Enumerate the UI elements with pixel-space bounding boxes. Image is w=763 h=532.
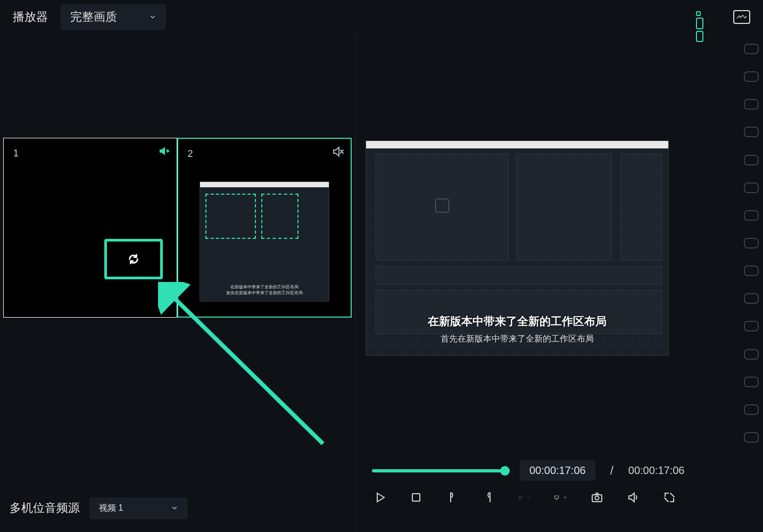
thumb-body: 在新版本中带来了全新的工作区布局 首先在新版本中带来了全新的工作区布局 [200, 187, 329, 301]
transport-buttons [372, 491, 747, 504]
media-placeholder-icon [435, 198, 449, 212]
mark-in-button[interactable] [445, 491, 459, 504]
playhead-knob[interactable] [500, 466, 510, 476]
volume-button[interactable] [626, 491, 640, 504]
film-strip [744, 34, 761, 452]
mark-out-button[interactable] [482, 491, 495, 504]
camera-number-2: 2 [188, 148, 193, 160]
camera-cell-2[interactable]: 2 在新版本中带来了全新的工作区布局 [177, 138, 352, 318]
chevron-down-icon [526, 491, 532, 504]
preview-dashed-panel-2 [516, 154, 612, 260]
preview-dashed-panel-1 [376, 154, 509, 260]
loading-focus-box [104, 239, 163, 279]
preview-toolbar-panel [376, 266, 662, 285]
play-button[interactable] [373, 491, 387, 504]
display-button[interactable] [554, 491, 568, 504]
preview-caption-1: 在新版本中带来了全新的工作区布局 [366, 314, 668, 329]
player-title: 播放器 [13, 9, 48, 25]
total-time: 00:00:17:06 [628, 464, 685, 477]
svg-point-4 [595, 496, 599, 500]
multicam-pane: 1 [0, 34, 355, 532]
preview-caption-2: 首先在新版本中带来了全新的工作区布局 [366, 334, 668, 345]
scopes-icon[interactable] [733, 10, 750, 24]
thumb-window-bar [200, 182, 329, 187]
time-separator: / [610, 464, 613, 478]
thumb-dashed-box-1 [205, 194, 256, 239]
player-header: 播放器 完整画质 [0, 0, 763, 34]
chevron-down-icon [149, 13, 156, 21]
header-right [696, 10, 750, 24]
audio-source-value: 视频 1 [99, 503, 123, 514]
camera-cell-1[interactable]: 1 [3, 138, 177, 318]
stop-button[interactable] [409, 491, 423, 504]
camera-number-1: 1 [13, 148, 19, 159]
quality-dropdown[interactable]: 完整画质 [61, 4, 166, 30]
fullscreen-button[interactable] [662, 491, 676, 504]
range-tool-button[interactable] [518, 491, 532, 504]
thumb-caption-2: 首先在新版本中带来了全新的工作区布局 [200, 290, 329, 296]
body: 1 [0, 34, 763, 532]
transport-controls: 00:00:17:06 / 00:00:17:06 [356, 452, 763, 532]
svg-rect-2 [554, 496, 559, 498]
thumb-captions: 在新版本中带来了全新的工作区布局 首先在新版本中带来了全新的工作区布局 [200, 285, 329, 296]
refresh-icon [128, 253, 139, 265]
timeline-row: 00:00:17:06 / 00:00:17:06 [372, 460, 747, 481]
speaker-muted-icon[interactable] [331, 145, 344, 158]
camera-grid: 1 [3, 138, 352, 318]
svg-rect-1 [412, 494, 420, 501]
layout-grid-icon[interactable] [696, 11, 712, 23]
preview-area: 在新版本中带来了全新的工作区布局 首先在新版本中带来了全新的工作区布局 [356, 34, 763, 452]
current-time[interactable]: 00:00:17:06 [520, 460, 595, 481]
video-editor-player: 播放器 完整画质 1 [0, 0, 763, 532]
thumb-dashed-box-2 [261, 194, 298, 239]
preview-viewport[interactable]: 在新版本中带来了全新的工作区布局 首先在新版本中带来了全新的工作区布局 [366, 140, 669, 356]
snapshot-button[interactable] [590, 491, 604, 504]
preview-pane: 在新版本中带来了全新的工作区布局 首先在新版本中带来了全新的工作区布局 00:0… [355, 34, 763, 532]
thumb-caption-1: 在新版本中带来了全新的工作区布局 [200, 285, 329, 290]
preview-side-panel [620, 154, 662, 260]
playhead-slider[interactable] [372, 469, 505, 472]
chevron-down-icon [171, 504, 178, 512]
audio-source-label: 多机位音频源 [10, 500, 80, 516]
camera-2-thumbnail: 在新版本中带来了全新的工作区布局 首先在新版本中带来了全新的工作区布局 [200, 181, 330, 302]
speaker-on-icon[interactable] [157, 145, 170, 157]
camera-grid-area: 1 [0, 34, 355, 484]
audio-source-row: 多机位音频源 视频 1 [0, 484, 355, 532]
audio-source-dropdown[interactable]: 视频 1 [89, 497, 188, 519]
header-left: 播放器 完整画质 [13, 4, 166, 30]
quality-label: 完整画质 [70, 9, 117, 25]
preview-window-bar [366, 141, 668, 148]
chevron-down-icon [562, 491, 568, 504]
